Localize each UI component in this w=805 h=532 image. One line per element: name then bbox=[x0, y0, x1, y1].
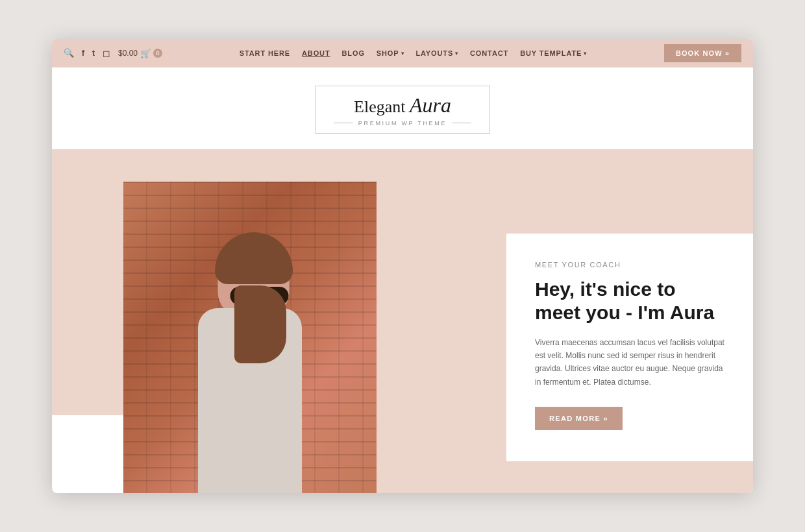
top-bar: 🔍 f t ◻ $0.00 🛒 0 START HERE ABOUT BLOG … bbox=[52, 39, 753, 67]
hair-top bbox=[215, 232, 293, 284]
layouts-dropdown-arrow: ▾ bbox=[455, 51, 458, 56]
main-content: MEET YOUR COACH Hey, it's nice to meet y… bbox=[52, 149, 753, 493]
nav-layouts[interactable]: LAYOUTS ▾ bbox=[415, 49, 458, 57]
top-bar-left: 🔍 f t ◻ $0.00 🛒 0 bbox=[64, 48, 162, 58]
cart-badge: 0 bbox=[153, 49, 162, 58]
twitter-icon[interactable]: t bbox=[92, 49, 95, 58]
nav-blog[interactable]: BLOG bbox=[342, 49, 365, 57]
meet-description: Viverra maecenas accumsan lacus vel faci… bbox=[535, 336, 724, 389]
white-bottom-left bbox=[52, 415, 123, 493]
logo-text: Elegant Aura bbox=[334, 94, 471, 117]
photo-wrapper bbox=[123, 182, 377, 493]
logo-area: Elegant Aura PREMIUM WP THEME bbox=[52, 67, 753, 149]
cart-price: $0.00 🛒 0 bbox=[118, 49, 162, 58]
person-silhouette bbox=[166, 221, 334, 493]
meet-label: MEET YOUR COACH bbox=[535, 261, 724, 269]
top-bar-nav: START HERE ABOUT BLOG SHOP ▾ LAYOUTS ▾ C… bbox=[240, 49, 587, 57]
nav-contact[interactable]: CONTACT bbox=[470, 49, 508, 57]
buy-template-dropdown-arrow: ▾ bbox=[584, 51, 587, 56]
facebook-icon[interactable]: f bbox=[82, 49, 84, 58]
book-now-button[interactable]: BOOK NOW » bbox=[664, 44, 741, 62]
nav-buy-template[interactable]: BUY TEMPLATE ▾ bbox=[520, 49, 587, 57]
shop-dropdown-arrow: ▾ bbox=[401, 51, 404, 56]
cart-icon[interactable]: 🛒 bbox=[140, 49, 151, 58]
logo-elegant: Elegant bbox=[354, 97, 405, 116]
read-more-button[interactable]: READ MORE » bbox=[535, 407, 623, 430]
logo-subtitle: PREMIUM WP THEME bbox=[334, 120, 471, 127]
instagram-icon[interactable]: ◻ bbox=[103, 48, 110, 58]
browser-window: 🔍 f t ◻ $0.00 🛒 0 START HERE ABOUT BLOG … bbox=[52, 39, 753, 492]
text-card: MEET YOUR COACH Hey, it's nice to meet y… bbox=[506, 234, 753, 462]
hero-photo bbox=[123, 182, 377, 493]
content-layout: MEET YOUR COACH Hey, it's nice to meet y… bbox=[52, 182, 753, 493]
nav-start-here[interactable]: START HERE bbox=[240, 49, 290, 57]
nav-about[interactable]: ABOUT bbox=[302, 49, 330, 57]
logo-script: Aura bbox=[410, 93, 451, 117]
price-value: $0.00 bbox=[118, 49, 138, 58]
meet-title: Hey, it's nice to meet you - I'm Aura bbox=[535, 278, 724, 324]
hair-long bbox=[234, 285, 286, 363]
search-icon[interactable]: 🔍 bbox=[64, 48, 74, 58]
nav-shop[interactable]: SHOP ▾ bbox=[377, 49, 404, 57]
logo-box: Elegant Aura PREMIUM WP THEME bbox=[315, 86, 490, 133]
